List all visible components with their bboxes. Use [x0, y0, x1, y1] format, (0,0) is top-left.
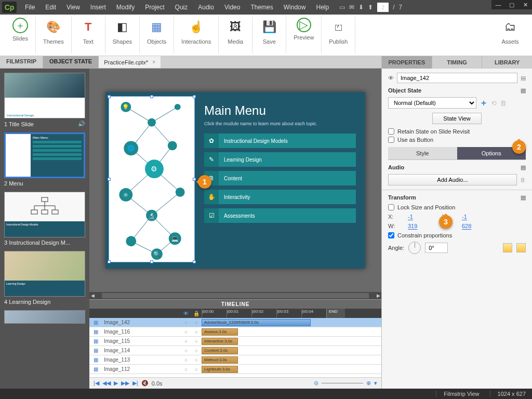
panel-menu-icon[interactable]: ▤	[521, 164, 526, 171]
document-tab[interactable]: PracticeFile.cptx* ×	[99, 56, 161, 68]
menu-item-5[interactable]: ☑Assessments	[204, 208, 356, 223]
timeline-row-6[interactable]: Image_112○○Lightbulb:3.0s	[89, 365, 381, 374]
tl-last-icon[interactable]: ▶|	[132, 380, 138, 387]
tl-play-icon[interactable]: ▶	[114, 380, 118, 387]
menu-item-2[interactable]: ✎Learning Design	[204, 152, 356, 167]
menu-quiz[interactable]: Quiz	[170, 2, 193, 13]
h-field[interactable]: 628	[462, 223, 491, 229]
menu-item-4[interactable]: ✋Interactivity	[204, 190, 356, 204]
slide-thumb-3[interactable]: Instructional Design Models 3 Instructio…	[4, 192, 85, 246]
slide-thumb-4[interactable]: Learning Design 4 Learning Design	[4, 251, 85, 305]
menu-help[interactable]: Help	[311, 2, 334, 13]
window-close[interactable]: ✕	[518, 0, 532, 9]
constrain-checkbox[interactable]	[388, 232, 394, 238]
flip-h-button[interactable]	[503, 243, 512, 252]
filmstrip-panel[interactable]: Instructional Design 1 Title Slide🔊 Main…	[0, 69, 89, 389]
ribbon-slides[interactable]: ＋Slides	[5, 17, 36, 54]
mail-icon[interactable]: ✉	[349, 4, 354, 11]
panel-menu-icon[interactable]: ▤	[521, 87, 526, 94]
eye-icon[interactable]: 👁	[183, 311, 189, 316]
upload-icon[interactable]: ⬆	[368, 4, 373, 11]
tab-object-state[interactable]: OBJECT STATE	[43, 56, 99, 68]
ribbon-shapes[interactable]: ◧Shapes	[105, 17, 140, 54]
menu-insert[interactable]: Insert	[85, 2, 111, 13]
lock-size-checkbox[interactable]	[388, 204, 394, 210]
menu-project[interactable]: Project	[140, 2, 169, 13]
ribbon-assets[interactable]: 🗂Assets	[494, 17, 527, 54]
reset-state-icon[interactable]: ⟲	[491, 99, 497, 107]
panel-menu-icon[interactable]: ▤	[521, 194, 526, 201]
state-view-button[interactable]: State View	[432, 113, 481, 124]
svg-text:🌐: 🌐	[127, 144, 135, 152]
menu-item-3[interactable]: 🗎Content	[204, 171, 356, 185]
slide-canvas[interactable]: 💡🌐⚙ ⚛🔬💻🔍 Main Menu Click the module name…	[89, 69, 381, 292]
menu-item-1[interactable]: ✿Instructional Design Models	[204, 134, 356, 148]
slide-thumb-1[interactable]: Instructional Design 1 Title Slide🔊	[4, 73, 85, 127]
timeline-row-4[interactable]: Image_114○○Content:3.0s	[89, 346, 381, 355]
selected-image-object[interactable]: 💡🌐⚙ ⚛🔬💻🔍	[109, 96, 195, 262]
close-tab-icon[interactable]: ×	[152, 59, 155, 65]
zoom-out-icon[interactable]: ⊝	[314, 380, 318, 387]
current-slide-field[interactable]: 2	[377, 3, 389, 12]
zoom-in-icon[interactable]: ⊕	[366, 380, 371, 387]
lock-icon[interactable]: 🔒	[193, 311, 200, 316]
tl-collapse-icon[interactable]: ▾	[374, 380, 377, 387]
ribbon-preview[interactable]: ▷Preview	[286, 17, 322, 54]
window-minimize[interactable]: —	[491, 0, 505, 9]
timeline-row-5[interactable]: Image_113○○Method:3.0s	[89, 355, 381, 365]
tab-library[interactable]: LIBRARY	[482, 56, 532, 69]
window-maximize[interactable]: ▢	[505, 0, 518, 9]
tl-next-icon[interactable]: ▶▶	[121, 380, 129, 387]
menu-window[interactable]: Window	[278, 2, 311, 13]
timeline-row-1[interactable]: Image_142○○AdobeStock_133953609:3.0s	[89, 318, 381, 327]
canvas-h-scrollbar[interactable]: ◀▶	[89, 292, 381, 299]
angle-dial[interactable]	[408, 242, 421, 254]
ribbon-themes[interactable]: 🎨Themes	[36, 17, 72, 54]
tab-properties[interactable]: PROPERTIES	[381, 56, 432, 69]
eye-icon[interactable]: 👁	[388, 75, 394, 81]
use-as-button-checkbox[interactable]	[388, 137, 394, 143]
ribbon-media[interactable]: 🖼Media	[219, 17, 252, 54]
annotation-callout-1: 1	[198, 175, 211, 189]
timeline-row-2[interactable]: Image_116○○Assess:3.0s	[89, 327, 381, 337]
ribbon-save[interactable]: 💾Save	[252, 17, 286, 54]
y-field[interactable]: -1	[462, 214, 491, 220]
style-tab[interactable]: Style	[388, 147, 457, 159]
svg-text:🔍: 🔍	[153, 250, 161, 258]
x-field[interactable]: -1	[408, 214, 437, 220]
w-field[interactable]: 319	[408, 223, 437, 229]
retain-state-checkbox[interactable]	[388, 128, 394, 135]
menu-edit[interactable]: Edit	[40, 2, 61, 13]
delete-audio-icon[interactable]: 🗑	[520, 177, 526, 183]
tl-first-icon[interactable]: |◀	[94, 380, 99, 387]
slide-thumb-2[interactable]: Main Menu 2 Menu	[4, 132, 85, 187]
add-state-icon[interactable]: ＋	[480, 98, 488, 109]
add-audio-button[interactable]: Add Audio...	[388, 174, 517, 185]
menu-modify[interactable]: Modify	[111, 2, 140, 13]
menu-view[interactable]: View	[61, 2, 85, 13]
timeline-ruler[interactable]: 👁🔒 |00:00 |00:01 |00:02 |00:03 |00:04 EN…	[89, 309, 381, 318]
panel-menu-icon[interactable]: ▤	[521, 75, 526, 82]
timeline-row-3[interactable]: Image_115○○Interactive:3.0s	[89, 337, 381, 346]
menu-video[interactable]: Video	[219, 2, 245, 13]
ribbon-objects[interactable]: ▦Objects	[140, 17, 174, 54]
panel-toggle-icon[interactable]: ▭	[339, 4, 345, 11]
tab-timing[interactable]: TIMING	[432, 56, 482, 69]
tl-prev-icon[interactable]: ◀◀	[102, 380, 111, 387]
flip-v-button[interactable]	[516, 243, 526, 252]
menu-themes[interactable]: Themes	[245, 2, 278, 13]
menu-audio[interactable]: Audio	[193, 2, 219, 13]
delete-state-icon[interactable]: 🗑	[500, 99, 507, 107]
menu-file[interactable]: File	[20, 2, 40, 13]
state-dropdown[interactable]: Normal (Default)	[388, 97, 476, 109]
slide-thumb-5[interactable]	[4, 310, 85, 324]
ribbon-text[interactable]: TText	[72, 17, 105, 54]
download-icon[interactable]: ⬇	[358, 4, 364, 11]
tab-filmstrip[interactable]: FILMSTRIP	[0, 56, 43, 68]
tl-mute-icon[interactable]: 🔇	[141, 380, 149, 387]
ribbon-publish[interactable]: ⏍Publish	[322, 17, 355, 54]
angle-field[interactable]	[425, 243, 448, 253]
assets-icon: 🗂	[501, 18, 520, 36]
object-name-field[interactable]	[397, 73, 517, 83]
ribbon-interactions[interactable]: ☝Interactions	[174, 17, 219, 54]
